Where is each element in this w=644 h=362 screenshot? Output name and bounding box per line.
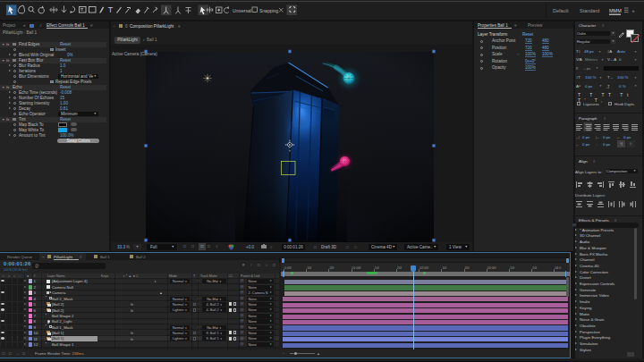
svg-text:T: T bbox=[108, 4, 114, 14]
svg-text:»: » bbox=[632, 8, 635, 13]
svg-text:Snapping: Snapping bbox=[259, 8, 278, 13]
svg-text:Standard: Standard bbox=[580, 8, 599, 13]
svg-text:Universal: Universal bbox=[233, 8, 251, 13]
svg-text:Default: Default bbox=[553, 8, 569, 13]
svg-text:MMM: MMM bbox=[609, 8, 622, 13]
